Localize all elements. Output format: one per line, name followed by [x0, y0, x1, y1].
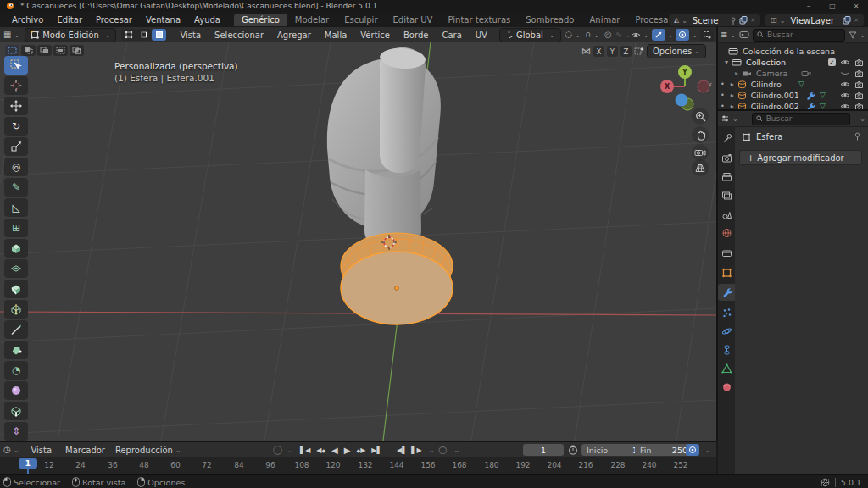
select-mode-subtract-button[interactable] — [37, 45, 52, 56]
workspace-tab-editar-uv[interactable]: Editar UV — [386, 14, 441, 26]
frame-start-field[interactable]: Inicio1 — [581, 444, 643, 456]
select-mode-extend-button[interactable] — [21, 45, 36, 56]
viewport-menu-vista[interactable]: Vista — [173, 30, 208, 40]
menu-procesar[interactable]: Procesar — [89, 15, 139, 25]
viewport-menu-seleccionar[interactable]: Seleccionar — [208, 30, 270, 40]
viewlayer-selector[interactable]: ◫ ⌄ ViewLayer ✕ — [765, 14, 865, 27]
play-button[interactable]: ▶ — [344, 446, 351, 455]
select-mode-new-button[interactable] — [5, 45, 19, 56]
workspace-tab-generico[interactable]: Genérico — [234, 14, 287, 26]
tool-cursor[interactable] — [4, 76, 28, 95]
sidebar-collapse-arrow[interactable]: ‹ — [709, 80, 712, 89]
unlink-scene-icon[interactable]: ✕ — [750, 18, 755, 24]
viewport-menu-agregar[interactable]: Agregar — [270, 30, 318, 40]
pan-button[interactable] — [692, 126, 709, 143]
tool-poly-build[interactable] — [4, 341, 28, 359]
workspace-tab-esculpir[interactable]: Esculpir — [337, 14, 385, 26]
playhead[interactable]: 1 — [19, 458, 37, 475]
pin-icon[interactable] — [730, 17, 737, 25]
timeline-menu-reproduccion[interactable]: Reproducción ⌄ — [115, 446, 181, 455]
properties-search[interactable] — [752, 113, 851, 125]
prev-keyframe-button[interactable]: ◀◆ — [316, 446, 326, 454]
hide-eye-icon[interactable] — [840, 92, 850, 99]
pin-icon[interactable] — [854, 132, 861, 141]
collection-checkbox[interactable]: ✓ — [828, 58, 836, 66]
tool-loop-cut[interactable] — [4, 300, 28, 319]
tool-smooth[interactable] — [4, 381, 28, 400]
properties-editor-type-button[interactable]: ⌄ — [721, 114, 738, 123]
select-mode-invert-button[interactable] — [53, 45, 68, 56]
tab-object-data[interactable] — [718, 360, 735, 377]
timeline-ruler[interactable]: 12 24 36 48 60 72 84 96 108 120 132 144 … — [0, 458, 716, 474]
tool-move[interactable] — [4, 97, 28, 115]
tab-tool[interactable] — [718, 130, 735, 147]
workspace-tab-animar[interactable]: Animar — [581, 14, 627, 26]
tool-extrude-region[interactable] — [4, 239, 28, 258]
tool-knife[interactable] — [4, 320, 28, 339]
snap-toggle[interactable]: ∪ ⌄ — [585, 30, 599, 39]
tab-modifiers[interactable] — [718, 284, 735, 301]
add-modifier-button[interactable]: + Agregar modificador — [739, 150, 862, 165]
jump-to-end-button[interactable]: ▶▌ — [371, 446, 381, 454]
remove-viewlayer-icon[interactable]: ✕ — [854, 18, 859, 24]
workspace-tab-modelar[interactable]: Modelar — [287, 14, 337, 26]
outliner-row-cilindro-001[interactable]: • ▸ Cilindro.001 ▽ — [718, 90, 868, 101]
jump-to-start-button[interactable]: ▌◀ — [300, 446, 310, 454]
viewport-menu-uv[interactable]: UV — [469, 30, 494, 40]
disable-render-icon[interactable] — [854, 92, 864, 99]
outliner-search[interactable] — [753, 29, 845, 42]
tab-scene[interactable] — [718, 206, 735, 223]
expand-icon[interactable]: ▸ — [735, 70, 738, 77]
tab-output[interactable] — [718, 169, 735, 186]
tool-measure[interactable]: ◺ — [4, 198, 28, 217]
menu-editar[interactable]: Editar — [50, 15, 89, 25]
workspace-tab-sombreado[interactable]: Sombreado — [518, 14, 581, 26]
frame-step-forward-button[interactable]: ▌▶ — [411, 446, 421, 454]
outliner-row-scene-collection[interactable]: Colección de la escena — [718, 46, 868, 57]
menu-ayuda[interactable]: Ayuda — [187, 15, 227, 25]
viewport-canvas[interactable]: Y X Personalizada (perspectiva) (1) Esfe… — [0, 42, 716, 441]
next-keyframe-button[interactable]: ◆▶ — [357, 446, 366, 454]
disable-render-icon[interactable] — [854, 80, 864, 88]
show-overlays-toggle[interactable] — [676, 29, 689, 41]
tool-select-box[interactable] — [4, 56, 28, 75]
tool-bevel[interactable] — [4, 280, 28, 298]
tool-rotate[interactable]: ↻ — [4, 117, 28, 136]
timeline-menu-marcador[interactable]: Marcador — [58, 446, 112, 455]
outliner-row-collection[interactable]: ▾ Collection ✓ — [718, 57, 868, 68]
viewport-menu-borde[interactable]: Borde — [397, 30, 435, 40]
options-dropdown[interactable]: Opciones ⌄ — [647, 44, 706, 58]
tab-material[interactable] — [718, 379, 735, 396]
select-mode-face-button[interactable] — [152, 29, 166, 41]
visibility-dropdown[interactable]: ⌄ — [631, 31, 649, 39]
outliner-row-camera[interactable]: ▸ Camera — [718, 68, 868, 79]
viewport-menu-cara[interactable]: Cara — [435, 30, 468, 40]
filter-icon[interactable] — [849, 31, 857, 39]
camera-view-button[interactable] — [692, 144, 709, 161]
tab-physics[interactable] — [718, 323, 735, 340]
expand-icon[interactable]: ▾ — [725, 59, 728, 66]
keying-set-button[interactable]: ◯ — [438, 446, 447, 454]
record-button[interactable]: ◯ — [273, 446, 282, 454]
snap-pivot-button[interactable]: ◌ ⌄ — [565, 30, 581, 39]
tab-constraints[interactable] — [718, 341, 735, 358]
orientation-dropdown[interactable]: Global ⌄ — [499, 28, 561, 42]
tool-shrink-fatten[interactable]: ⇕ — [4, 422, 28, 441]
disable-render-icon[interactable] — [854, 58, 864, 66]
falloff-dropdown[interactable]: ∿ ⌄ — [615, 30, 631, 39]
select-mode-intersect-button[interactable] — [70, 45, 84, 56]
mirror-x-button[interactable]: X — [593, 46, 604, 57]
hide-eye-icon[interactable] — [840, 58, 850, 66]
new-scene-icon[interactable] — [739, 16, 748, 25]
hide-eye-icon[interactable] — [840, 80, 850, 88]
tab-collection[interactable] — [718, 245, 735, 262]
outliner-row-cilindro[interactable]: • ▸ Cilindro ▽ — [718, 79, 868, 90]
show-gizmo-toggle[interactable] — [652, 29, 665, 41]
perspective-toggle-button[interactable] — [692, 159, 709, 176]
timeline-menu-vista[interactable]: Vista — [24, 446, 58, 455]
gizmos-dropdown[interactable] — [700, 29, 714, 41]
tool-annotate[interactable]: ✎ — [4, 178, 28, 197]
tool-add-primitive[interactable]: ⊞ — [4, 219, 28, 237]
select-mode-edge-button[interactable] — [136, 29, 151, 41]
select-mode-vertex-button[interactable] — [121, 29, 136, 41]
